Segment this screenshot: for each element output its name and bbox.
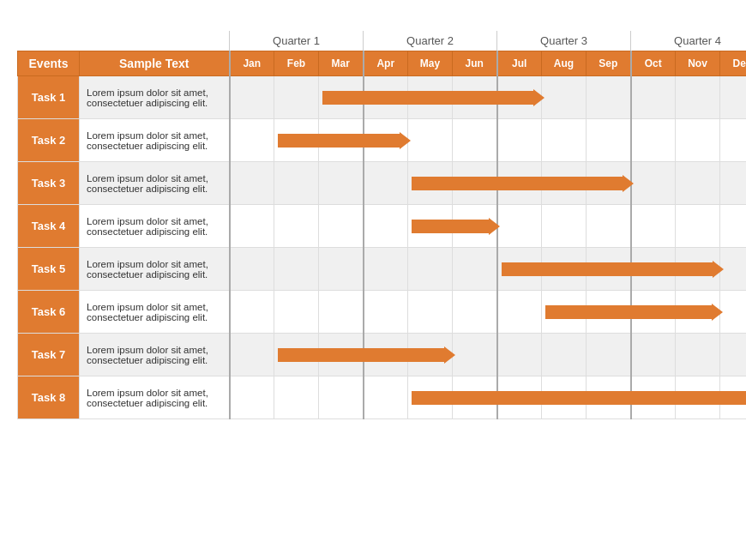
month-header-may: May (408, 51, 453, 76)
month-cell-7-2 (274, 334, 319, 376)
month-cell-2-9 (587, 119, 631, 162)
table-row: Task 3Lorem ipsum dolor sit amet,consect… (18, 162, 747, 205)
task-desc-8: Lorem ipsum dolor sit amet,consectetuer … (80, 376, 230, 419)
month-cell-6-12 (720, 291, 746, 334)
month-cell-6-6 (453, 291, 497, 334)
task-label-6: Task 6 (18, 291, 80, 334)
month-header-feb: Feb (274, 51, 319, 76)
month-cell-2-8 (542, 119, 587, 162)
month-cell-7-6 (453, 334, 497, 376)
month-cell-8-3 (319, 376, 364, 419)
month-cell-7-12 (720, 334, 746, 376)
month-header-jun: Jun (453, 51, 497, 76)
month-cell-2-10 (631, 119, 676, 162)
month-header-apr: Apr (364, 51, 408, 76)
month-header-mar: Mar (319, 51, 364, 76)
month-cell-2-6 (453, 119, 497, 162)
month-header-sep: Sep (587, 51, 631, 76)
month-cell-1-9 (587, 76, 631, 119)
month-cell-4-5 (408, 205, 453, 248)
task-label-2: Task 2 (18, 119, 80, 162)
month-cell-5-3 (319, 248, 364, 291)
month-cell-4-3 (319, 205, 364, 248)
month-cell-2-11 (676, 119, 720, 162)
month-header-oct: Oct (631, 51, 676, 76)
month-cell-4-9 (587, 205, 631, 248)
month-cell-4-7 (497, 205, 542, 248)
month-cell-5-6 (453, 248, 497, 291)
month-cell-2-12 (720, 119, 746, 162)
month-cell-3-12 (720, 162, 746, 205)
month-cell-3-10 (631, 162, 676, 205)
task-desc-5: Lorem ipsum dolor sit amet,consectetuer … (80, 248, 230, 291)
gantt-bar-7 (278, 348, 445, 362)
task-desc-7: Lorem ipsum dolor sit amet,consectetuer … (80, 334, 230, 376)
month-header-dec: Dec (720, 51, 746, 76)
month-cell-1-10 (631, 76, 676, 119)
month-cell-1-3 (319, 76, 364, 119)
month-header-jan: Jan (230, 51, 274, 76)
month-cell-3-4 (364, 162, 408, 205)
month-cell-3-11 (676, 162, 720, 205)
task-label-7: Task 7 (18, 334, 80, 376)
task-label-3: Task 3 (18, 162, 80, 205)
gantt-bar-2 (278, 134, 400, 148)
table-row: Task 7Lorem ipsum dolor sit amet,consect… (18, 334, 747, 376)
month-cell-3-2 (274, 162, 319, 205)
task-desc-2: Lorem ipsum dolor sit amet,consectetuer … (80, 119, 230, 162)
table-row: Task 1Lorem ipsum dolor sit amet,consect… (18, 76, 747, 119)
month-cell-5-7 (497, 248, 542, 291)
month-cell-4-11 (676, 205, 720, 248)
gantt-bar-6 (545, 305, 713, 319)
gantt-bar-4 (412, 220, 490, 233)
month-cell-4-8 (542, 205, 587, 248)
month-cell-7-8 (542, 334, 587, 376)
task-label-4: Task 4 (18, 205, 80, 248)
events-header: Events (18, 51, 80, 76)
month-cell-4-12 (720, 205, 746, 248)
table-row: Task 5Lorem ipsum dolor sit amet,consect… (18, 248, 747, 291)
table-row: Task 4Lorem ipsum dolor sit amet,consect… (18, 205, 747, 248)
month-cell-1-8 (542, 76, 587, 119)
quarter-header-3: Quarter 3 (497, 31, 631, 51)
month-cell-5-2 (274, 248, 319, 291)
month-cell-7-11 (676, 334, 720, 376)
task-desc-4: Lorem ipsum dolor sit amet,consectetuer … (80, 205, 230, 248)
month-header-nov: Nov (676, 51, 720, 76)
month-cell-1-2 (274, 76, 319, 119)
gantt-bar-5 (502, 262, 713, 276)
month-header-jul: Jul (497, 51, 542, 76)
month-cell-4-4 (364, 205, 408, 248)
month-cell-2-5 (408, 119, 453, 162)
month-cell-6-2 (274, 291, 319, 334)
month-cell-5-4 (364, 248, 408, 291)
month-cell-4-2 (274, 205, 319, 248)
month-cell-1-1 (230, 76, 274, 119)
month-cell-8-1 (230, 376, 274, 419)
month-cell-1-12 (720, 76, 746, 119)
month-cell-6-1 (230, 291, 274, 334)
task-desc-6: Lorem ipsum dolor sit amet,consectetuer … (80, 291, 230, 334)
month-cell-8-4 (364, 376, 408, 419)
month-cell-8-5 (408, 376, 453, 419)
month-cell-7-9 (587, 334, 631, 376)
month-cell-3-5 (408, 162, 453, 205)
task-label-5: Task 5 (18, 248, 80, 291)
desc-header: Sample Text (80, 51, 230, 76)
table-row: Task 2Lorem ipsum dolor sit amet,consect… (18, 119, 747, 162)
month-cell-2-7 (497, 119, 542, 162)
month-cell-5-5 (408, 248, 453, 291)
month-cell-2-1 (230, 119, 274, 162)
month-cell-4-1 (230, 205, 274, 248)
month-cell-4-10 (631, 205, 676, 248)
month-cell-7-10 (631, 334, 676, 376)
task-desc-1: Lorem ipsum dolor sit amet,consectetuer … (80, 76, 230, 119)
gantt-bar-3 (412, 177, 623, 190)
month-cell-5-12 (720, 248, 746, 291)
month-cell-3-1 (230, 162, 274, 205)
month-cell-6-4 (364, 291, 408, 334)
month-cell-1-11 (676, 76, 720, 119)
month-cell-7-1 (230, 334, 274, 376)
gantt-bar-8 (412, 391, 746, 405)
gantt-chart: Quarter 1Quarter 2Quarter 3Quarter 4Even… (17, 31, 729, 419)
